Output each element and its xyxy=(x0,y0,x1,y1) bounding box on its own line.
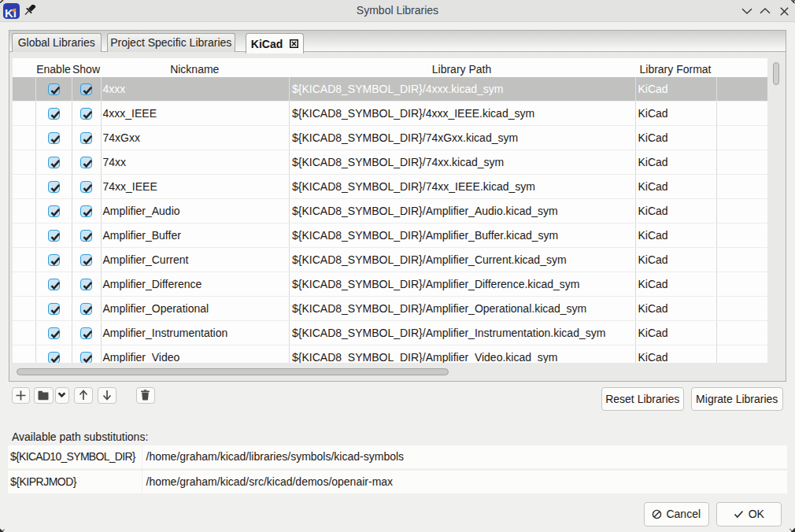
svg-text:Ki: Ki xyxy=(5,6,17,19)
